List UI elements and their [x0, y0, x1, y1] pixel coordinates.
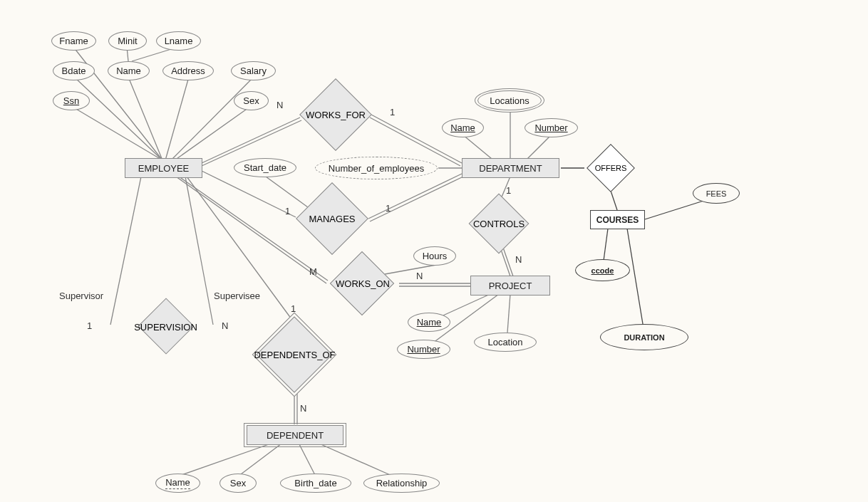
attr-fees: FEES	[693, 183, 740, 204]
card-works-for-dept: 1	[390, 107, 395, 117]
svg-line-15	[527, 135, 552, 159]
svg-line-44	[604, 229, 608, 261]
attr-number-dept: Number	[525, 118, 578, 137]
card-manages-emp: 1	[285, 206, 290, 216]
entity-project: PROJECT	[470, 276, 550, 296]
card-supervision-supervisor: 1	[87, 320, 92, 331]
attr-lname: Lname	[156, 31, 201, 51]
svg-line-45	[627, 229, 644, 328]
card-works-on-emp: M	[309, 266, 317, 277]
attr-bdate: Bdate	[53, 61, 95, 80]
svg-line-5	[165, 77, 189, 160]
card-manages-dept: 1	[386, 203, 391, 214]
role-supervisee: Supervisee	[214, 291, 260, 301]
attr-name-proj: Name	[408, 313, 450, 332]
svg-line-3	[74, 77, 162, 160]
attr-ssn: Ssn	[53, 91, 90, 110]
relationship-controls: CONTROLS	[459, 196, 539, 251]
attr-locations: Locations	[475, 88, 544, 113]
entity-dependent: DEPENDENT	[244, 423, 346, 447]
card-controls-proj: N	[515, 254, 522, 265]
svg-line-38	[238, 444, 281, 476]
entity-employee: EMPLOYEE	[125, 158, 202, 178]
relationship-supervision: SUPERVISION	[107, 302, 224, 352]
attr-ccode: ccode	[575, 259, 630, 281]
attr-address: Address	[162, 61, 214, 80]
attr-number-of-employees: Number_of_employees	[315, 157, 438, 179]
svg-line-37	[177, 444, 271, 476]
attr-sex-dep: Sex	[219, 474, 257, 493]
svg-line-17	[202, 171, 296, 217]
card-dependents-of-emp: 1	[291, 303, 296, 314]
svg-line-4	[128, 77, 162, 160]
attr-fname: Fname	[51, 31, 96, 51]
attr-duration: DURATION	[600, 324, 688, 350]
attr-minit: Minit	[108, 31, 147, 51]
svg-line-31	[507, 294, 510, 333]
svg-line-18	[368, 174, 462, 219]
attr-relationship: Relationship	[363, 474, 440, 493]
card-works-on-proj: N	[416, 271, 423, 281]
card-controls-dept: 1	[506, 185, 511, 196]
relationship-works-on: WORKS_ON	[319, 255, 406, 312]
relationship-manages: MANAGES	[289, 187, 376, 250]
svg-line-14	[463, 135, 492, 159]
svg-line-39	[299, 444, 316, 476]
card-works-for-emp: N	[277, 100, 283, 110]
role-supervisor: Supervisor	[59, 291, 103, 301]
svg-line-7	[71, 106, 162, 160]
attr-sex-emp: Sex	[234, 91, 269, 110]
relationship-offers: OFFERS	[576, 146, 646, 190]
entity-courses: COURSES	[590, 210, 645, 229]
attr-birth-date: Birth_date	[280, 474, 351, 493]
attr-number-proj: Number	[397, 340, 450, 359]
svg-line-6	[171, 77, 254, 160]
attr-name-dept: Name	[442, 118, 484, 137]
relationship-works-for: WORKS_FOR	[292, 83, 379, 146]
attr-name-dep: Name	[155, 474, 200, 493]
entity-department: DEPARTMENT	[462, 158, 559, 178]
svg-line-19	[370, 177, 463, 221]
svg-line-9	[202, 117, 300, 163]
attr-salary: Salary	[231, 61, 276, 80]
card-dependents-of-dep: N	[300, 403, 306, 414]
attr-start-date: Start_date	[234, 158, 296, 177]
attr-name-emp: Name	[108, 61, 150, 80]
relationship-dependents-of: DEPENDENTS_OF	[222, 313, 368, 396]
svg-line-40	[319, 444, 393, 476]
attr-hours: Hours	[413, 246, 456, 266]
attr-location-proj: Location	[474, 333, 537, 352]
svg-line-8	[175, 106, 251, 160]
er-diagram: Fname Minit Lname Bdate Name Address Sal…	[0, 0, 868, 502]
